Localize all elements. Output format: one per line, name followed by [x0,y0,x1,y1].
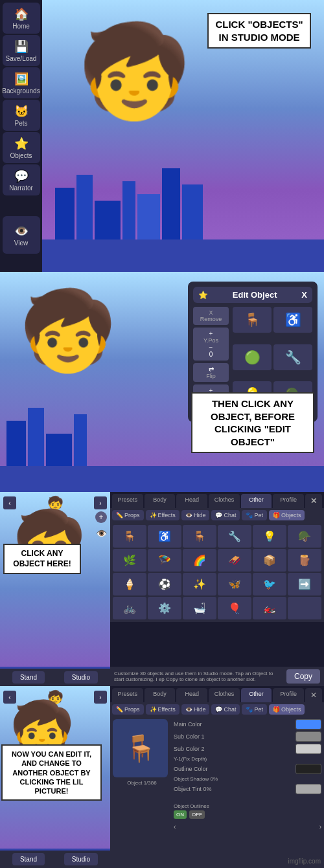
obj-cell-chair[interactable]: 🪑 [233,307,272,333]
sidebar-item-saveload[interactable]: 💾 Save/Load [3,35,40,66]
tab-profile[interactable]: Profile [273,494,304,508]
shadow-label: Object Shadow 0% [174,776,321,782]
sidebar-item-backgrounds[interactable]: 🖼️ Backgrounds [3,67,40,98]
obj-20[interactable]: 🛁 [183,597,216,619]
obj-0[interactable]: 🪑 [113,525,146,548]
subtab-chat[interactable]: 💬 Chat [211,510,240,520]
sub-color1-picker[interactable] [295,731,321,742]
panel4-subtab-pet[interactable]: 🐾 Pet [242,704,267,715]
panel4-studio-button[interactable]: Studio [64,853,98,865]
sub-color2-picker[interactable] [295,744,321,754]
panel4-subtab-objects[interactable]: 🎁 Objects [269,704,305,715]
panel4-tab-other[interactable]: Other [241,688,272,702]
nav-prev[interactable]: ‹ [3,496,16,509]
subtab-objects[interactable]: 🎁 Objects [269,510,305,520]
panel4-subtab-effects[interactable]: ✨ Effects [146,704,179,715]
obj-12[interactable]: 🍦 [113,573,146,595]
subtab-hide[interactable]: 👁️ Hide [181,510,210,520]
building [162,168,180,239]
obj-14[interactable]: ✨ [183,573,216,595]
panel4-subtab-props[interactable]: ✏️ Props [112,704,144,715]
sidebar-item-pets[interactable]: 🐱 Pets [3,100,40,131]
panel4-tab-head[interactable]: Head [176,688,207,702]
ypos-button[interactable]: + Y.Pos − 0 [193,328,229,361]
panel4-subtab-chat[interactable]: 💬 Chat [211,704,240,715]
obj-2[interactable]: 🪑 [183,525,216,548]
panel4-tab-close[interactable]: ✕ [305,688,322,702]
tab-clothes[interactable]: Clothes [209,494,240,508]
flip-button[interactable]: ⇄ Flip [193,363,229,382]
building [28,408,44,466]
tab-other[interactable]: Other [241,494,272,508]
panel3-sub-tab-bar: ✏️ Props ✨ Effects 👁️ Hide 💬 Chat 🐾 Pet … [110,508,324,522]
obj-cell-wheelchair[interactable]: ♿ [273,307,312,333]
obj-9[interactable]: 🛷 [218,549,251,572]
obj-1[interactable]: ♿ [148,525,181,548]
sidebar-item-objects[interactable]: ⭐ Objects [3,132,40,163]
panel4-stand-button[interactable]: Stand [12,853,45,865]
panel4-subtab-hide[interactable]: 👁️ Hide [181,704,210,715]
obj-6[interactable]: 🌿 [113,549,146,572]
obj-18[interactable]: 🚲 [113,597,146,619]
copy-button[interactable]: Copy [286,669,320,684]
obj-11[interactable]: 🪵 [288,549,321,572]
subtab-hide-label: Hide [194,512,206,518]
panel3-objects-grid: 🪑 ♿ 🪑 🔧 💡 🪖 🌿 🪂 🌈 🛷 📦 🪵 🍦 ⚽ ✨ 🦋 🐦 ➡️ 🚲 ⚙… [110,522,324,622]
studio-button[interactable]: Studio [64,671,98,684]
obj-15[interactable]: 🦋 [218,573,251,595]
panel4-tab-body[interactable]: Body [145,688,176,702]
sidebar-item-narrator[interactable]: 💬 Narrator [3,164,40,195]
main-color-picker[interactable] [295,719,321,729]
edit-object-close[interactable]: X [301,290,307,300]
remove-button[interactable]: X Remove [193,307,229,325]
nav-next[interactable]: › [94,496,107,509]
eye-icon[interactable]: 👁️ [96,528,107,539]
chevron-left-icon[interactable]: ‹ [174,823,176,830]
view-icon: 👁️ [14,224,29,238]
obj-16[interactable]: 🐦 [253,573,286,595]
sidebar-item-home[interactable]: 🏠 Home [3,3,40,34]
remove-text: Remove [196,316,226,322]
outline-on-toggle[interactable]: ON [174,810,187,819]
sidebar-item-view[interactable]: 👁️ View [3,216,40,254]
obj-5[interactable]: 🪖 [288,525,321,548]
obj-23[interactable] [288,597,321,619]
obj-4[interactable]: 💡 [253,525,286,548]
obj-10[interactable]: 📦 [253,549,286,572]
tab-head[interactable]: Head [176,494,207,508]
tab-presets[interactable]: Presets [112,494,143,508]
obj-3[interactable]: 🔧 [218,525,251,548]
stand-button[interactable]: Stand [12,671,45,684]
subtab-effects[interactable]: ✨ Effects [146,510,179,520]
obj-cell-green[interactable]: 🟢 [233,344,272,370]
obj-13[interactable]: ⚽ [148,573,181,595]
add-object-btn[interactable]: + [95,511,107,523]
obj-19[interactable]: ⚙️ [148,597,181,619]
obj-21[interactable]: 🎈 [218,597,251,619]
tab-body[interactable]: Body [145,494,176,508]
obj-7[interactable]: 🪂 [148,549,181,572]
obj-cell-wrench[interactable]: 🔧 [273,344,312,370]
subtab-pet[interactable]: 🐾 Pet [242,510,267,520]
panel3-bottom-bar: Stand Studio [0,669,110,686]
panel3-side-controls: + 👁️ [95,511,107,539]
outline-off-toggle[interactable]: OFF [189,810,205,819]
panel4-tab-presets[interactable]: Presets [112,688,143,702]
panel4-tab-profile[interactable]: Profile [273,688,304,702]
object-preview[interactable]: 🪑 [113,719,168,777]
outline-color-picker[interactable] [295,764,321,774]
obj-22[interactable]: 🏍️ [253,597,286,619]
tab-close[interactable]: ✕ [305,494,322,508]
obj-8[interactable]: 🌈 [183,549,216,572]
subtab-props-label: Props [124,512,140,518]
obj-17[interactable]: ➡️ [288,573,321,595]
nav4-next[interactable]: › [94,691,107,704]
panel4-tab-bar: Presets Body Head Clothes Other Profile … [110,686,324,702]
subtab-props[interactable]: ✏️ Props [112,510,144,520]
ypos-label: Y.Pos [196,337,226,344]
ypos-plus: + [196,330,226,337]
tint-picker[interactable] [295,784,321,794]
chevron-right-icon[interactable]: › [319,823,321,830]
star-icon: ⭐ [198,291,208,300]
panel4-tab-clothes[interactable]: Clothes [209,688,240,702]
